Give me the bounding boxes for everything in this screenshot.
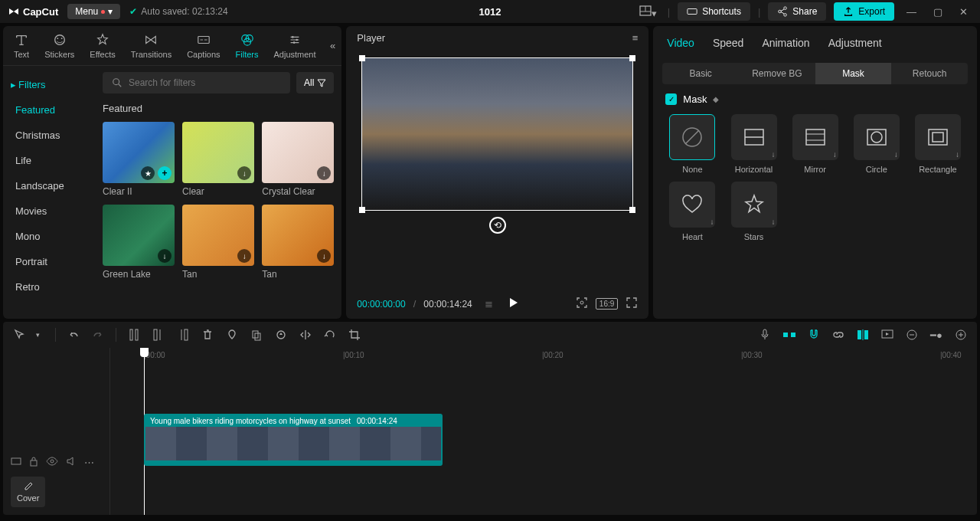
maximize-button[interactable]: ▢ xyxy=(929,6,947,18)
collapse-icon[interactable]: « xyxy=(330,40,335,51)
cat-life[interactable]: Life xyxy=(3,148,95,173)
tab-stickers[interactable]: Stickers xyxy=(40,29,79,62)
menu-button[interactable]: Menu ▾ xyxy=(67,4,120,19)
download-icon[interactable]: ↓ xyxy=(317,249,331,263)
subtab-basic[interactable]: Basic xyxy=(662,63,739,84)
scan-icon[interactable] xyxy=(576,297,588,311)
fullscreen-icon[interactable] xyxy=(626,297,638,311)
download-icon[interactable]: ↓ xyxy=(158,249,172,263)
layout-icon[interactable]: ▾ xyxy=(636,2,660,22)
list-icon[interactable]: ≣ xyxy=(485,298,493,310)
timeline-ruler[interactable]: |00:00 |00:10 |00:20 |00:30 |00:40 xyxy=(110,348,977,363)
redo-button[interactable] xyxy=(91,329,105,341)
mask-checkbox[interactable]: ✓ xyxy=(665,93,677,105)
download-icon[interactable]: ↓ xyxy=(317,166,331,180)
preview-button[interactable] xyxy=(880,329,894,340)
cat-landscape[interactable]: Landscape xyxy=(3,173,95,198)
mask-shape-circle[interactable]: ↓Circle xyxy=(850,114,903,174)
selection-tool[interactable] xyxy=(12,329,26,341)
close-button[interactable]: ✕ xyxy=(955,6,972,18)
cat-retro[interactable]: Retro xyxy=(3,274,95,300)
minimize-button[interactable]: — xyxy=(902,6,921,18)
filters-header[interactable]: ▸Filters xyxy=(3,72,95,97)
aspect-ratio-button[interactable]: 16:9 xyxy=(596,298,618,310)
lock-icon[interactable] xyxy=(29,456,38,469)
tab-effects[interactable]: Effects xyxy=(85,29,119,62)
mask-shape-mirror[interactable]: ↓Mirror xyxy=(789,114,842,174)
mute-icon[interactable] xyxy=(66,456,77,469)
tab-adjustment-right[interactable]: Adjustment xyxy=(827,34,884,52)
filter-card[interactable]: ↓Tan xyxy=(262,205,334,280)
tab-adjustment[interactable]: Adjustment xyxy=(270,29,321,62)
cat-christmas[interactable]: Christmas xyxy=(3,123,95,148)
delete-button[interactable] xyxy=(201,329,214,341)
timeline-tracks[interactable]: |00:00 |00:10 |00:20 |00:30 |00:40 Young… xyxy=(110,348,977,515)
zoom-out-button[interactable] xyxy=(905,329,919,340)
download-icon[interactable]: ↓ xyxy=(237,249,251,263)
reset-icon[interactable]: ◆ xyxy=(713,95,719,103)
video-preview[interactable] xyxy=(361,57,633,211)
mask-shape-rectangle[interactable]: ↓Rectangle xyxy=(911,114,965,174)
zoom-slider[interactable]: ━● xyxy=(929,329,943,341)
search-input[interactable] xyxy=(129,77,281,88)
favorite-icon[interactable]: ★ xyxy=(141,166,155,180)
split-left-button[interactable] xyxy=(152,329,165,341)
tab-transitions[interactable]: Transitions xyxy=(126,29,176,62)
handle-tl[interactable] xyxy=(359,55,365,61)
magnet-button[interactable] xyxy=(807,329,821,341)
duplicate-button[interactable] xyxy=(250,329,263,341)
snap-button[interactable] xyxy=(782,330,796,339)
track-toggle-icon[interactable] xyxy=(11,456,21,469)
mask-shape-horizontal[interactable]: ↓Horizontal xyxy=(727,114,780,174)
download-icon[interactable]: ↓ xyxy=(237,166,251,180)
tab-text[interactable]: Text xyxy=(9,29,34,62)
cat-movies[interactable]: Movies xyxy=(3,198,95,224)
mic-button[interactable] xyxy=(758,329,772,341)
tab-animation[interactable]: Animation xyxy=(760,34,811,52)
filter-card[interactable]: ↓Tan xyxy=(182,205,254,280)
tab-speed[interactable]: Speed xyxy=(711,34,745,52)
filter-card[interactable]: ★+Clear II xyxy=(103,122,175,197)
subtab-removebg[interactable]: Remove BG xyxy=(739,63,815,84)
export-button[interactable]: Export xyxy=(834,2,894,21)
marker-button[interactable] xyxy=(225,329,239,341)
rotate-button[interactable] xyxy=(323,329,337,341)
play-button[interactable] xyxy=(507,297,519,311)
mask-shape-stars[interactable]: ↓Stars xyxy=(727,182,780,241)
all-filter-button[interactable]: All xyxy=(296,72,334,93)
tab-captions[interactable]: Captions xyxy=(182,29,224,62)
eye-icon[interactable] xyxy=(46,457,58,468)
dropdown-icon[interactable]: ▾ xyxy=(31,331,44,339)
shortcuts-button[interactable]: Shortcuts xyxy=(678,2,750,21)
filter-card[interactable]: ↓Green Lake xyxy=(103,205,175,280)
mask-shape-none[interactable]: None xyxy=(665,114,719,174)
handle-bl[interactable] xyxy=(359,207,365,213)
mirror-button[interactable] xyxy=(299,329,312,341)
split-button[interactable] xyxy=(127,329,141,341)
cat-portrait[interactable]: Portrait xyxy=(3,249,95,274)
tab-filters[interactable]: Filters xyxy=(231,29,263,62)
player-menu-icon[interactable]: ≡ xyxy=(632,32,639,44)
add-icon[interactable]: + xyxy=(158,166,172,180)
filter-card[interactable]: ↓Crystal Clear xyxy=(262,122,334,197)
mask-shape-heart[interactable]: ↓Heart xyxy=(665,182,719,241)
cat-featured[interactable]: Featured xyxy=(3,97,95,123)
search-box[interactable] xyxy=(103,72,290,93)
link-button[interactable] xyxy=(831,329,845,341)
zoom-in-button[interactable] xyxy=(954,329,968,340)
video-clip[interactable]: Young male bikers riding motorcycles on … xyxy=(144,414,443,466)
filter-card[interactable]: ↓Clear xyxy=(182,122,254,197)
cat-mono[interactable]: Mono xyxy=(3,224,95,249)
split-right-button[interactable] xyxy=(176,329,190,341)
align-button[interactable] xyxy=(856,329,870,340)
subtab-mask[interactable]: Mask xyxy=(815,63,892,84)
reverse-button[interactable] xyxy=(274,329,288,341)
cover-button[interactable]: Cover xyxy=(11,477,45,507)
undo-button[interactable] xyxy=(67,329,80,341)
handle-tr[interactable] xyxy=(629,55,635,61)
rotate-handle[interactable]: ⟲ xyxy=(489,217,506,234)
tab-video[interactable]: Video xyxy=(665,34,696,52)
handle-br[interactable] xyxy=(629,207,635,213)
share-button[interactable]: Share xyxy=(768,2,826,21)
crop-button[interactable] xyxy=(348,329,361,341)
